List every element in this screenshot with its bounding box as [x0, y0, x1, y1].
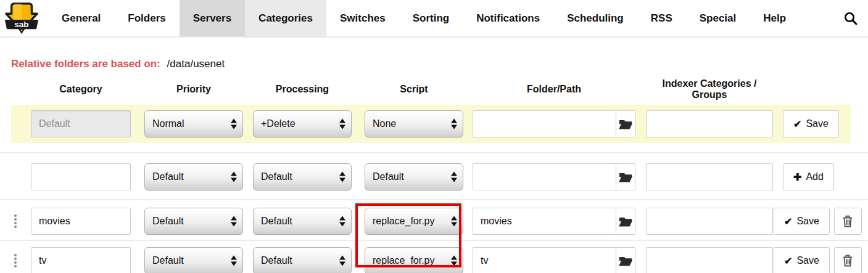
row-actions: ✔Save: [783, 110, 839, 137]
category-name-input[interactable]: [31, 247, 131, 273]
button-label: Add: [806, 171, 823, 182]
processing-selected-value: +Delete: [261, 118, 296, 129]
sabnzbd-config-categories-page: sab GeneralFoldersServersCategoriesSwitc…: [0, 0, 868, 273]
tab-switches[interactable]: Switches: [326, 0, 399, 36]
up-down-arrows-icon: [451, 172, 457, 182]
priority-select[interactable]: Default: [144, 247, 243, 273]
search-button[interactable]: [833, 0, 868, 36]
folder-path-group: [473, 163, 635, 190]
folder-icon: [618, 170, 633, 184]
header-category: Category: [31, 84, 131, 95]
browse-folder-button[interactable]: [616, 110, 635, 137]
header-priority: Priority: [144, 84, 243, 95]
processing-selected-value: Default: [261, 255, 292, 266]
save-button[interactable]: ✔Save: [774, 247, 830, 273]
tab-categories[interactable]: Categories: [245, 0, 326, 36]
tab-sorting[interactable]: Sorting: [399, 0, 463, 36]
script-select[interactable]: replace_for.py: [365, 247, 463, 273]
priority-select[interactable]: Default: [144, 208, 243, 235]
row-actions: ✚Add: [783, 163, 834, 190]
delete-category-button[interactable]: [834, 208, 862, 235]
folder-path-input[interactable]: [473, 110, 616, 137]
priority-select[interactable]: Normal: [144, 110, 243, 137]
save-button[interactable]: ✔Save: [774, 208, 830, 235]
processing-select[interactable]: Default: [253, 208, 352, 235]
tab-rss[interactable]: RSS: [637, 0, 686, 36]
tab-notifications[interactable]: Notifications: [463, 0, 553, 36]
notice-path: /data/usenet: [167, 58, 225, 70]
up-down-arrows-icon: [231, 216, 237, 227]
header-processing: Processing: [253, 84, 352, 95]
category-name-input[interactable]: [31, 163, 131, 190]
add-button[interactable]: ✚Add: [783, 163, 834, 190]
up-down-arrows-icon: [451, 256, 457, 266]
trash-icon: [841, 214, 854, 229]
header-indexer-categories: Indexer Categories / Groups: [646, 78, 773, 100]
sab-logo[interactable]: sab: [0, 0, 48, 36]
svg-text:sab: sab: [14, 19, 28, 28]
script-selected-value: replace_for.py: [373, 216, 435, 227]
priority-select[interactable]: Default: [144, 163, 243, 190]
browse-folder-button[interactable]: [616, 208, 635, 235]
up-down-arrows-icon: [231, 172, 237, 182]
top-navbar: sab GeneralFoldersServersCategoriesSwitc…: [0, 0, 868, 38]
sab-logo-icon: sab: [4, 2, 39, 35]
folder-path-group: [473, 247, 635, 273]
row-divider: [0, 199, 868, 200]
priority-selected-value: Default: [152, 216, 184, 227]
button-label: Save: [796, 216, 819, 227]
plus-icon: ✚: [793, 171, 801, 183]
up-down-arrows-icon: [231, 256, 237, 266]
row-divider: [0, 240, 868, 241]
check-icon: ✔: [784, 216, 792, 227]
browse-folder-button[interactable]: [616, 247, 635, 273]
script-select[interactable]: None: [365, 110, 463, 137]
tab-scheduling[interactable]: Scheduling: [553, 0, 637, 36]
script-selected-value: replace_for.py: [373, 255, 435, 266]
drag-handle-icon[interactable]: [0, 254, 31, 267]
category-row-movies: DefaultDefaultreplace_for.py✔Save: [0, 203, 868, 240]
folder-path-input[interactable]: [473, 208, 616, 235]
tab-general[interactable]: General: [48, 0, 114, 36]
check-icon: ✔: [793, 118, 801, 130]
priority-selected-value: Default: [152, 171, 184, 182]
indexer-categories-input[interactable]: [646, 110, 773, 137]
script-select[interactable]: Default: [365, 163, 463, 190]
folder-path-input[interactable]: [473, 163, 616, 190]
up-down-arrows-icon: [451, 119, 457, 129]
processing-select[interactable]: Default: [253, 247, 352, 273]
tab-folders[interactable]: Folders: [114, 0, 179, 36]
category-row-Default: Normal+DeleteNone✔Save: [0, 102, 868, 146]
drag-handle-icon[interactable]: [0, 214, 31, 228]
header-script: Script: [365, 84, 463, 95]
script-select[interactable]: replace_for.py: [365, 208, 463, 235]
tab-servers[interactable]: Servers: [180, 0, 245, 36]
category-row-tv: DefaultDefaultreplace_for.py✔Save: [0, 242, 868, 273]
browse-folder-button[interactable]: [616, 163, 635, 190]
priority-selected-value: Default: [152, 255, 184, 266]
category-name-input[interactable]: [31, 208, 131, 235]
indexer-categories-input[interactable]: [646, 247, 773, 273]
folder-icon: [618, 254, 633, 267]
button-label: Save: [796, 255, 819, 266]
folder-icon: [618, 214, 633, 228]
priority-selected-value: Normal: [152, 118, 184, 129]
processing-select[interactable]: +Delete: [253, 110, 352, 137]
folder-icon: [618, 117, 633, 131]
delete-category-button[interactable]: [834, 247, 862, 273]
save-button[interactable]: ✔Save: [783, 110, 839, 137]
indexer-categories-input[interactable]: [646, 163, 773, 190]
notice-label: Relative folders are based on:: [11, 58, 160, 70]
button-label: Save: [806, 118, 828, 129]
tab-help[interactable]: Help: [750, 0, 800, 36]
nav-tabs: GeneralFoldersServersCategoriesSwitchesS…: [48, 0, 800, 36]
category-row-new: DefaultDefaultDefault✚Add: [0, 155, 868, 199]
folder-path-input[interactable]: [473, 247, 616, 273]
indexer-categories-input[interactable]: [646, 208, 773, 235]
folder-path-group: [473, 110, 635, 137]
script-selected-value: Default: [373, 171, 404, 182]
tab-special[interactable]: Special: [686, 0, 750, 36]
up-down-arrows-icon: [339, 119, 345, 129]
header-folder-path: Folder/Path: [473, 84, 635, 95]
processing-select[interactable]: Default: [253, 163, 352, 190]
